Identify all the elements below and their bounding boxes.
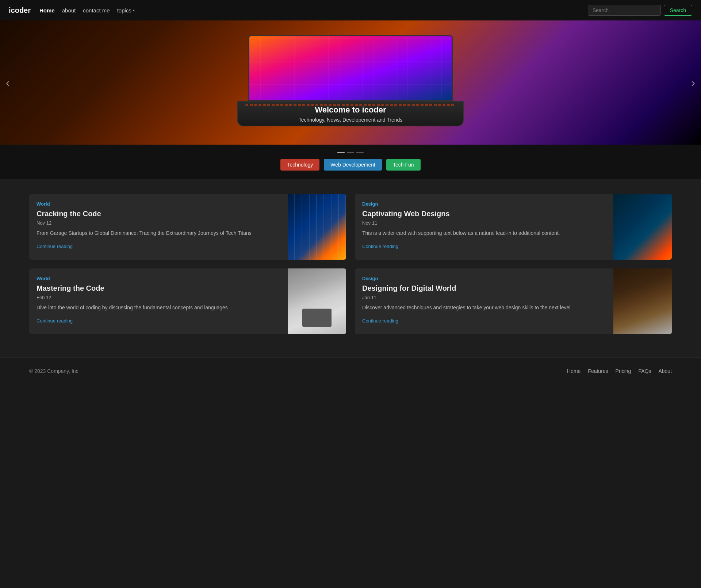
card-3-body: World Mastering the Code Feb 12 Dive int…	[29, 268, 288, 334]
card-3-date: Feb 12	[37, 295, 280, 300]
card-4-title: Designing for Digital World	[362, 284, 606, 293]
card-2-title: Captivating Web Designs	[362, 210, 606, 218]
footer-link-about[interactable]: About	[658, 368, 672, 374]
card-1-image	[288, 194, 346, 260]
search-form: Search	[588, 5, 692, 16]
nav-links: Home about contact me topics ▾	[39, 7, 579, 14]
card-3-title: Mastering the Code	[37, 284, 280, 293]
card-2-img-design	[613, 194, 672, 260]
card-4-img-desk	[613, 268, 672, 334]
carousel-tag-buttons: Technology Web Developement Tech Fun	[280, 159, 420, 171]
card-1-text: From Garage Startups to Global Dominance…	[37, 229, 280, 237]
card-4-body: Design Designing for Digital World Jan 1…	[355, 268, 613, 334]
card-1: World Cracking the Code Nov 12 From Gara…	[29, 194, 346, 260]
footer-link-pricing[interactable]: Pricing	[616, 368, 631, 374]
card-3-category: World	[37, 276, 280, 281]
carousel-caption: Welcome to icoder Technology, News, Deve…	[0, 105, 701, 123]
nav-home[interactable]: Home	[39, 7, 55, 14]
footer-copyright: © 2023 Company, Inc	[29, 368, 78, 374]
card-3-image	[288, 268, 346, 334]
footer-link-home[interactable]: Home	[567, 368, 581, 374]
card-2-body: Design Captivating Web Designs Nov 11 Th…	[355, 194, 613, 260]
tag-webdev-button[interactable]: Web Developement	[324, 159, 382, 171]
search-button[interactable]: Search	[664, 5, 692, 16]
tag-techfun-button[interactable]: Tech Fun	[386, 159, 421, 171]
carousel-next-button[interactable]: ›	[685, 77, 701, 88]
card-3-link[interactable]: Continue reading	[37, 318, 73, 324]
card-1-date: Nov 12	[37, 220, 280, 226]
cards-row-2: World Mastering the Code Feb 12 Dive int…	[29, 268, 672, 334]
card-2-category: Design	[362, 201, 606, 207]
brand-logo[interactable]: icoder	[9, 6, 31, 15]
nav-about[interactable]: about	[62, 7, 76, 14]
card-1-body: World Cracking the Code Nov 12 From Gara…	[29, 194, 288, 260]
carousel-image: ‹ › Welcome to icoder Technology, News, …	[0, 20, 701, 145]
footer-link-features[interactable]: Features	[588, 368, 608, 374]
card-3: World Mastering the Code Feb 12 Dive int…	[29, 268, 346, 334]
tag-technology-button[interactable]: Technology	[280, 159, 319, 171]
card-2-link[interactable]: Continue reading	[362, 244, 398, 249]
card-4-image	[613, 268, 672, 334]
card-4-link[interactable]: Continue reading	[362, 318, 398, 324]
footer-links: Home Features Pricing FAQs About	[567, 368, 672, 374]
footer-link-faqs[interactable]: FAQs	[638, 368, 651, 374]
cards-section: World Cracking the Code Nov 12 From Gara…	[0, 179, 701, 358]
chevron-down-icon: ▾	[133, 8, 135, 12]
card-2-date: Nov 11	[362, 220, 606, 226]
carousel-prev-button[interactable]: ‹	[0, 77, 16, 88]
card-2-text: This is a wider card with supporting tex…	[362, 229, 606, 237]
carousel-title: Welcome to icoder	[0, 105, 701, 115]
card-4-text: Discover advanced techniques and strateg…	[362, 304, 606, 312]
card-2: Design Captivating Web Designs Nov 11 Th…	[355, 194, 672, 260]
nav-topics[interactable]: topics ▾	[117, 7, 135, 14]
card-3-text: Dive into the world of coding by discuss…	[37, 304, 280, 312]
card-1-img-coding	[288, 194, 346, 260]
card-3-img-laptop-plant	[288, 268, 346, 334]
nav-contact[interactable]: contact me	[83, 7, 110, 14]
hero-carousel: ‹ › Welcome to icoder Technology, News, …	[0, 20, 701, 179]
carousel-controls: Technology Web Developement Tech Fun	[0, 145, 701, 179]
footer: © 2023 Company, Inc Home Features Pricin…	[0, 358, 701, 384]
card-4: Design Designing for Digital World Jan 1…	[355, 268, 672, 334]
navbar: icoder Home about contact me topics ▾ Se…	[0, 0, 701, 20]
carousel-subtitle: Technology, News, Developement and Trend…	[0, 117, 701, 123]
card-2-image	[613, 194, 672, 260]
laptop-screen	[248, 35, 453, 101]
carousel-indicator-3[interactable]	[356, 152, 364, 153]
cards-row-1: World Cracking the Code Nov 12 From Gara…	[29, 194, 672, 260]
carousel-indicators	[337, 152, 364, 153]
search-input[interactable]	[588, 5, 661, 16]
card-1-title: Cracking the Code	[37, 210, 280, 218]
card-4-date: Jan 11	[362, 295, 606, 300]
carousel-indicator-1[interactable]	[337, 152, 345, 153]
carousel-indicator-2[interactable]	[347, 152, 354, 153]
card-4-category: Design	[362, 276, 606, 281]
card-1-link[interactable]: Continue reading	[37, 244, 73, 249]
card-1-category: World	[37, 201, 280, 207]
